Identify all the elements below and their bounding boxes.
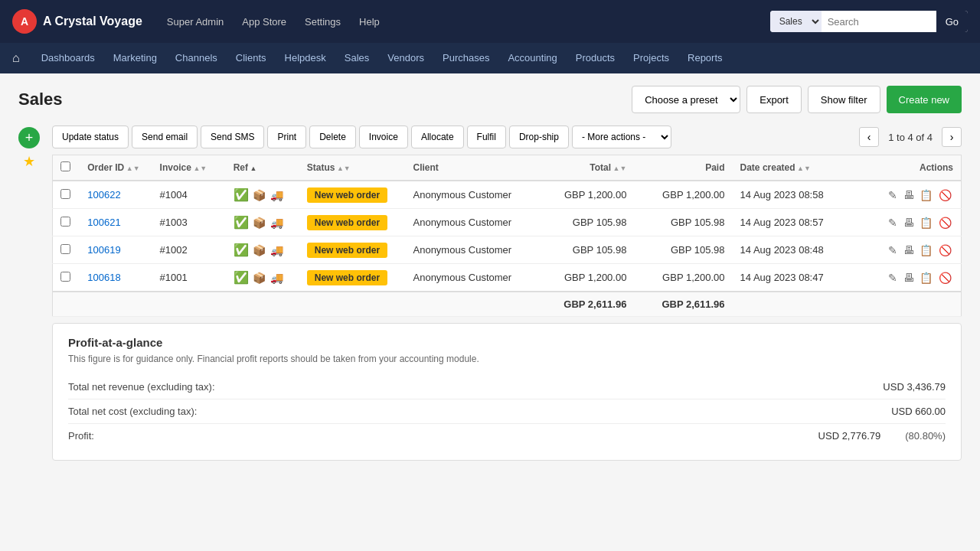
pagination: ‹ 1 to 4 of 4 › <box>859 127 962 147</box>
col-header-date[interactable]: Date created <box>733 155 864 181</box>
col-header-status[interactable]: Status <box>299 155 406 181</box>
check-icon: ✅ <box>234 216 249 229</box>
search-context-select[interactable]: Sales <box>770 11 822 32</box>
copy-icon[interactable]: 📋 <box>920 217 933 229</box>
next-page-button[interactable]: › <box>942 127 962 147</box>
profit-row-label: Profit: <box>68 430 94 442</box>
nav-projects[interactable]: Projects <box>624 43 678 73</box>
order-id-link[interactable]: 100618 <box>87 272 120 283</box>
profit-row-value: USD 660.00 <box>891 406 946 417</box>
print-icon[interactable]: 🖶 <box>903 272 914 284</box>
print-icon[interactable]: 🖶 <box>903 217 914 229</box>
nav-marketing[interactable]: Marketing <box>104 43 166 73</box>
check-icon: ✅ <box>234 188 249 201</box>
nav-sales[interactable]: Sales <box>335 43 379 73</box>
col-header-ref[interactable]: Ref <box>226 155 299 181</box>
invoice-cell: #1001 <box>152 264 226 292</box>
secondary-nav: ⌂ Dashboards Marketing Channels Clients … <box>0 43 980 73</box>
delete-icon[interactable]: 🚫 <box>939 217 952 229</box>
print-icon[interactable]: 🖶 <box>903 244 914 256</box>
header-actions: Choose a preset Export Show filter Creat… <box>632 86 962 113</box>
send-email-button[interactable]: Send email <box>132 126 198 148</box>
search-go-button[interactable]: Go <box>936 11 968 32</box>
order-id-link[interactable]: 100622 <box>87 189 120 201</box>
totals-total: GBP 2,611.96 <box>536 292 634 317</box>
preset-select[interactable]: Choose a preset <box>632 86 740 113</box>
col-header-actions: Actions <box>863 155 961 181</box>
add-favorite-button[interactable]: + <box>18 127 40 148</box>
app-store-link[interactable]: App Store <box>242 16 286 28</box>
client-cell: Anonymous Customer <box>406 209 537 236</box>
edit-icon[interactable]: ✎ <box>888 189 897 201</box>
row-checkbox[interactable] <box>60 189 70 199</box>
search-input[interactable] <box>822 11 936 32</box>
nav-accounting[interactable]: Accounting <box>498 43 566 73</box>
truck-icon: 🚚 <box>270 244 283 256</box>
order-id-link[interactable]: 100619 <box>87 244 120 256</box>
nav-helpdesk[interactable]: Helpdesk <box>276 43 335 73</box>
row-checkbox[interactable] <box>60 217 70 227</box>
date-cell: 14 Aug 2023 08:47 <box>733 264 864 292</box>
row-checkbox[interactable] <box>60 272 70 282</box>
nav-reports[interactable]: Reports <box>678 43 732 73</box>
update-status-button[interactable]: Update status <box>52 126 129 148</box>
select-all-checkbox[interactable] <box>60 161 70 171</box>
copy-icon[interactable]: 📋 <box>920 272 933 284</box>
home-icon[interactable]: ⌂ <box>12 51 20 65</box>
nav-purchases[interactable]: Purchases <box>433 43 498 73</box>
actions-cell: ✎ 🖶 📋 🚫 <box>863 264 961 292</box>
app-logo[interactable]: A A Crystal Voyage <box>12 9 142 34</box>
allocate-button[interactable]: Allocate <box>411 126 464 148</box>
create-new-button[interactable]: Create new <box>887 86 962 113</box>
nav-vendors[interactable]: Vendors <box>378 43 433 73</box>
status-badge: New web order <box>307 270 387 285</box>
show-filter-button[interactable]: Show filter <box>808 86 880 113</box>
edit-icon[interactable]: ✎ <box>888 217 897 229</box>
invoice-cell: #1002 <box>152 236 226 264</box>
drop-ship-button[interactable]: Drop-ship <box>509 126 569 148</box>
edit-icon[interactable]: ✎ <box>888 272 897 284</box>
status-badge: New web order <box>307 215 387 230</box>
nav-clients[interactable]: Clients <box>227 43 276 73</box>
copy-icon[interactable]: 📋 <box>920 244 933 256</box>
client-cell: Anonymous Customer <box>406 236 537 264</box>
delete-icon[interactable]: 🚫 <box>939 244 952 256</box>
settings-link[interactable]: Settings <box>305 16 341 28</box>
favorite-star-icon[interactable]: ★ <box>23 153 35 170</box>
export-button[interactable]: Export <box>746 86 802 113</box>
paid-cell: GBP 1,200.00 <box>634 181 732 209</box>
row-checkbox[interactable] <box>60 244 70 254</box>
col-header-order-id[interactable]: Order ID <box>80 155 152 181</box>
nav-dashboards[interactable]: Dashboards <box>32 43 104 73</box>
top-bar: A A Crystal Voyage Super Admin App Store… <box>0 0 980 43</box>
print-button[interactable]: Print <box>267 126 306 148</box>
profit-title: Profit-at-a-glance <box>68 336 946 349</box>
copy-icon[interactable]: 📋 <box>920 189 933 201</box>
fulfil-button[interactable]: Fulfil <box>467 126 506 148</box>
delete-icon[interactable]: 🚫 <box>939 272 952 284</box>
delete-button[interactable]: Delete <box>309 126 356 148</box>
top-links: Super Admin App Store Settings Help <box>167 16 380 28</box>
super-admin-link[interactable]: Super Admin <box>167 16 224 28</box>
invoice-cell: #1003 <box>152 209 226 236</box>
order-id-link[interactable]: 100621 <box>87 217 120 228</box>
col-header-total[interactable]: Total <box>536 155 634 181</box>
check-icon: ✅ <box>234 243 249 256</box>
nav-channels[interactable]: Channels <box>166 43 227 73</box>
send-sms-button[interactable]: Send SMS <box>201 126 264 148</box>
col-header-paid: Paid <box>634 155 732 181</box>
help-link[interactable]: Help <box>359 16 380 28</box>
profit-row-value: USD 3,436.79 <box>883 381 946 393</box>
invoice-button[interactable]: Invoice <box>359 126 408 148</box>
more-actions-select[interactable]: - More actions - <box>572 126 671 148</box>
box-icon: 📦 <box>253 244 266 256</box>
print-icon[interactable]: 🖶 <box>903 189 914 201</box>
check-icon: ✅ <box>234 271 249 284</box>
app-name: A Crystal Voyage <box>43 15 142 28</box>
edit-icon[interactable]: ✎ <box>888 244 897 256</box>
date-cell: 14 Aug 2023 08:58 <box>733 181 864 209</box>
delete-icon[interactable]: 🚫 <box>939 189 952 201</box>
nav-products[interactable]: Products <box>567 43 624 73</box>
col-header-invoice[interactable]: Invoice <box>152 155 226 181</box>
prev-page-button[interactable]: ‹ <box>859 127 879 147</box>
